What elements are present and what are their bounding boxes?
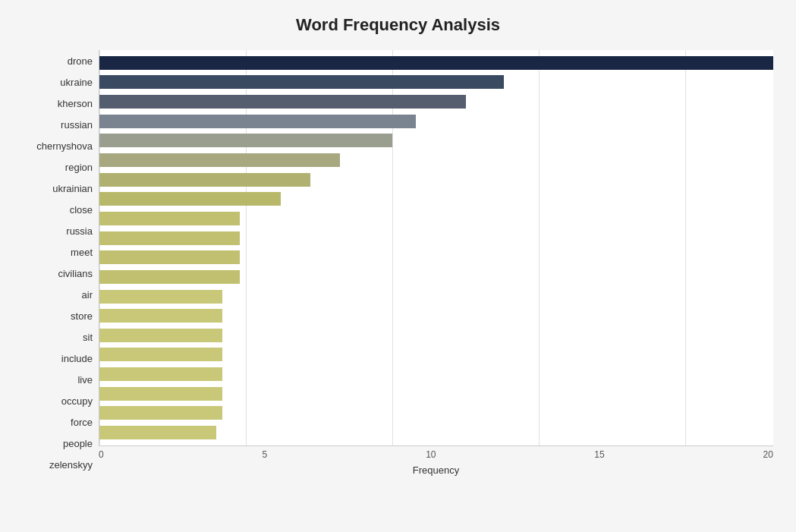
x-tick: 10 [426,449,436,460]
bar-row [99,366,773,382]
y-label: chernyshova [36,137,93,155]
y-label: sit [83,329,93,347]
bar-row [99,424,773,441]
bar-row [99,74,773,90]
bar [99,426,216,439]
bar-row [99,307,773,324]
bar [99,115,416,128]
bar [99,173,310,187]
bar-row [99,230,773,247]
bar-row [99,172,773,188]
bar [99,387,222,401]
bar-row [99,327,773,344]
bar-row [99,405,773,421]
bar [99,270,240,284]
bar [99,212,240,225]
x-tick: 20 [763,449,773,460]
y-label: store [71,307,93,326]
bar-row [99,132,773,149]
x-tick: 15 [594,449,604,460]
y-label: air [82,286,93,304]
bar-row [99,386,773,402]
chart-title: Word Frequency Analysis [23,15,773,35]
bar [99,406,222,420]
y-label: live [77,371,93,389]
bar [99,290,222,304]
y-label: include [61,350,93,368]
bar-row [99,210,773,227]
y-label: kherson [58,94,93,112]
y-label: meet [71,243,93,261]
y-label: ukrainian [52,179,93,197]
bar [99,250,240,264]
y-label: force [71,414,93,432]
bar-row [99,288,773,305]
bar-row [99,190,773,207]
bar [99,192,281,206]
y-label: drone [68,52,93,70]
bar-row [99,346,773,363]
y-label: russia [66,222,93,240]
x-tick: 0 [99,449,104,460]
y-label: civilians [58,264,93,282]
bar-row [99,249,773,266]
x-axis: 05101520 [99,446,773,460]
bar [99,231,240,245]
y-label: ukraine [60,73,93,91]
x-axis-label: Frequency [99,464,773,476]
y-label: region [65,158,93,176]
bar [99,329,222,342]
bar-row [99,152,773,168]
bar [99,134,392,147]
bar [99,75,504,89]
bars-and-xaxis: 05101520 Frequency [99,50,773,476]
y-axis-labels: droneukrainekhersonrussianchernyshovareg… [23,50,99,476]
bar [99,56,773,70]
bar [99,367,222,381]
y-label: russian [61,115,93,134]
x-tick: 5 [263,449,268,460]
bar-row [99,55,773,71]
y-label: occupy [61,392,93,411]
y-label: close [70,200,93,219]
bar [99,309,222,323]
bars-area [99,50,773,446]
bar [99,95,466,109]
bar-row [99,269,773,285]
bar-row [99,113,773,130]
bar-row [99,93,773,110]
bar [99,153,340,167]
chart-area: droneukrainekhersonrussianchernyshovareg… [23,50,773,476]
y-label: people [63,435,93,453]
y-label: zelenskyy [49,456,93,474]
chart-container: Word Frequency Analysis droneukrainekher… [0,0,796,532]
bar [99,348,222,361]
